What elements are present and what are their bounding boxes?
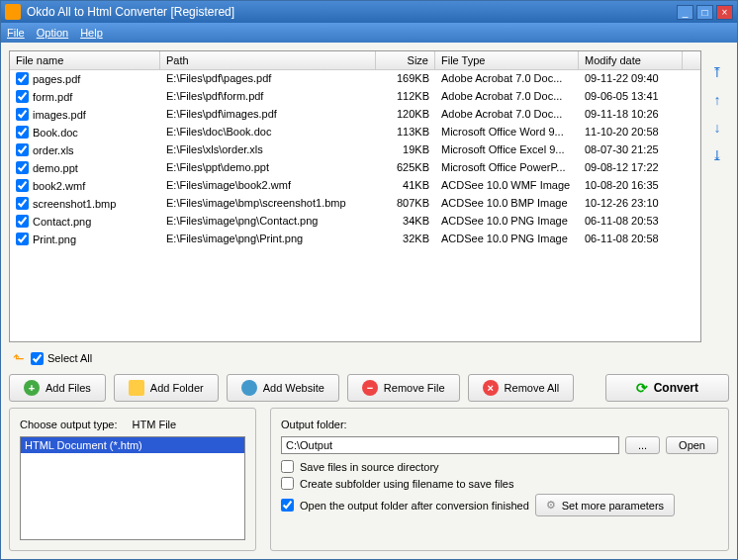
window-title: Okdo All to Html Converter [Registered] xyxy=(27,5,677,19)
cell-size: 807KB xyxy=(376,195,435,212)
cell-filename: images.pdf xyxy=(10,106,160,123)
row-checkbox[interactable] xyxy=(16,197,29,210)
row-checkbox[interactable] xyxy=(16,90,29,103)
add-folder-button[interactable]: Add Folder xyxy=(114,374,219,402)
cell-size: 32KB xyxy=(376,231,435,247)
open-after-row: Open the output folder after conversion … xyxy=(281,494,718,516)
output-type-listbox[interactable]: HTML Document (*.htm) xyxy=(20,436,245,540)
output-folder-panel: Output folder: ... Open Save files in so… xyxy=(270,408,729,551)
open-after-checkbox[interactable] xyxy=(281,499,294,512)
table-row[interactable]: demo.pptE:\Files\ppt\demo.ppt625KBMicros… xyxy=(10,159,700,177)
table-row[interactable]: form.pdfE:\Files\pdf\form.pdf112KBAdobe … xyxy=(10,88,700,106)
globe-icon xyxy=(241,380,257,396)
add-website-button[interactable]: Add Website xyxy=(227,374,339,402)
table-row[interactable]: Contact.pngE:\Files\image\png\Contact.pn… xyxy=(10,213,700,231)
table-row[interactable]: pages.pdfE:\Files\pdf\pages.pdf169KBAdob… xyxy=(10,70,700,88)
close-button[interactable]: × xyxy=(716,5,733,20)
row-checkbox[interactable] xyxy=(16,126,29,139)
bottom-panels: Choose output type: HTM File HTML Docume… xyxy=(9,408,729,551)
browse-button[interactable]: ... xyxy=(625,436,660,454)
cell-type: Adobe Acrobat 7.0 Doc... xyxy=(435,106,579,123)
cell-type: Microsoft Office Word 9... xyxy=(435,124,579,140)
cell-filename: screenshot1.bmp xyxy=(10,195,160,212)
cell-type: Adobe Acrobat 7.0 Doc... xyxy=(435,88,579,105)
select-all-label[interactable]: Select All xyxy=(31,352,92,365)
folder-icon xyxy=(129,380,144,396)
menu-file[interactable]: File xyxy=(7,27,25,39)
open-folder-button[interactable]: Open xyxy=(666,436,718,454)
file-table-wrapper: File name Path Size File Type Modify dat… xyxy=(9,50,729,342)
list-item[interactable]: HTML Document (*.htm) xyxy=(21,437,244,453)
cell-filename: Print.png xyxy=(10,231,160,247)
header-filename[interactable]: File name xyxy=(10,51,160,69)
cell-date: 08-07-30 21:25 xyxy=(579,141,683,158)
table-row[interactable]: images.pdfE:\Files\pdf\images.pdf120KBAd… xyxy=(10,106,700,124)
cell-type: Microsoft Office Excel 9... xyxy=(435,141,579,158)
menubar: File Option Help xyxy=(1,23,737,43)
maximize-button[interactable]: □ xyxy=(696,5,713,20)
select-all-checkbox[interactable] xyxy=(31,352,44,365)
row-checkbox[interactable] xyxy=(16,179,29,192)
save-in-source-checkbox[interactable] xyxy=(281,460,294,473)
save-in-source-label: Save files in source directory xyxy=(300,461,439,473)
table-row[interactable]: order.xlsE:\Files\xls\order.xls19KBMicro… xyxy=(10,141,700,159)
content-area: File name Path Size File Type Modify dat… xyxy=(1,43,737,559)
plus-icon: + xyxy=(24,380,40,396)
file-table: File name Path Size File Type Modify dat… xyxy=(9,50,701,342)
minus-icon: − xyxy=(362,380,378,396)
cell-filename: demo.ppt xyxy=(10,159,160,176)
output-format-label: HTM File xyxy=(133,419,177,430)
convert-button[interactable]: ⟳Convert xyxy=(605,374,729,402)
reorder-arrows: ⤒ ↑ ↓ ⤓ xyxy=(705,50,729,342)
cell-date: 10-08-20 16:35 xyxy=(579,177,683,194)
cell-filename: book2.wmf xyxy=(10,177,160,194)
header-filetype[interactable]: File Type xyxy=(435,51,579,69)
cell-date: 10-12-26 23:10 xyxy=(579,195,683,212)
cell-path: E:\Files\image\bmp\screenshot1.bmp xyxy=(160,195,376,212)
cell-size: 34KB xyxy=(376,213,435,230)
move-bottom-icon[interactable]: ⤓ xyxy=(708,147,726,165)
cell-path: E:\Files\image\png\Contact.png xyxy=(160,213,376,230)
cell-path: E:\Files\pdf\images.pdf xyxy=(160,106,376,123)
cell-size: 625KB xyxy=(376,159,435,176)
table-row[interactable]: Book.docE:\Files\doc\Book.doc113KBMicros… xyxy=(10,124,700,141)
move-up-icon[interactable]: ↑ xyxy=(708,92,726,110)
row-checkbox[interactable] xyxy=(16,215,29,228)
cell-size: 19KB xyxy=(376,141,435,158)
table-row[interactable]: screenshot1.bmpE:\Files\image\bmp\screen… xyxy=(10,195,700,213)
menu-help[interactable]: Help xyxy=(80,27,103,39)
menu-option[interactable]: Option xyxy=(37,27,68,39)
table-row[interactable]: book2.wmfE:\Files\image\book2.wmf41KBACD… xyxy=(10,177,700,195)
table-row[interactable]: Print.pngE:\Files\image\png\Print.png32K… xyxy=(10,231,700,248)
cell-size: 169KB xyxy=(376,70,435,87)
more-params-button[interactable]: ⚙Set more parameters xyxy=(535,494,675,516)
cell-date: 09-11-22 09:40 xyxy=(579,70,683,87)
cell-filename: pages.pdf xyxy=(10,70,160,87)
row-checkbox[interactable] xyxy=(16,143,29,156)
header-path[interactable]: Path xyxy=(160,51,376,69)
row-checkbox[interactable] xyxy=(16,161,29,174)
cell-date: 06-11-08 20:53 xyxy=(579,213,683,230)
gear-icon: ⚙ xyxy=(546,499,556,512)
row-checkbox[interactable] xyxy=(16,233,29,245)
move-top-icon[interactable]: ⤒ xyxy=(708,64,726,82)
remove-file-button[interactable]: −Remove File xyxy=(347,374,460,402)
table-header: File name Path Size File Type Modify dat… xyxy=(10,51,700,70)
select-all-row: ⬑ Select All xyxy=(9,348,729,368)
output-folder-input[interactable] xyxy=(281,436,619,454)
minimize-button[interactable]: _ xyxy=(677,5,693,20)
add-files-button[interactable]: +Add Files xyxy=(9,374,106,402)
action-buttons: +Add Files Add Folder Add Website −Remov… xyxy=(9,374,729,402)
move-down-icon[interactable]: ↓ xyxy=(708,120,726,138)
row-checkbox[interactable] xyxy=(16,108,29,121)
header-modifydate[interactable]: Modify date xyxy=(579,51,683,69)
cell-date: 11-10-20 20:58 xyxy=(579,124,683,140)
remove-all-button[interactable]: ×Remove All xyxy=(468,374,575,402)
row-checkbox[interactable] xyxy=(16,72,29,85)
app-icon xyxy=(5,4,21,20)
header-size[interactable]: Size xyxy=(376,51,435,69)
create-subfolder-row: Create subfolder using filename to save … xyxy=(281,477,718,490)
x-icon: × xyxy=(483,380,499,396)
cell-path: E:\Files\pdf\pages.pdf xyxy=(160,70,376,87)
create-subfolder-checkbox[interactable] xyxy=(281,477,294,490)
